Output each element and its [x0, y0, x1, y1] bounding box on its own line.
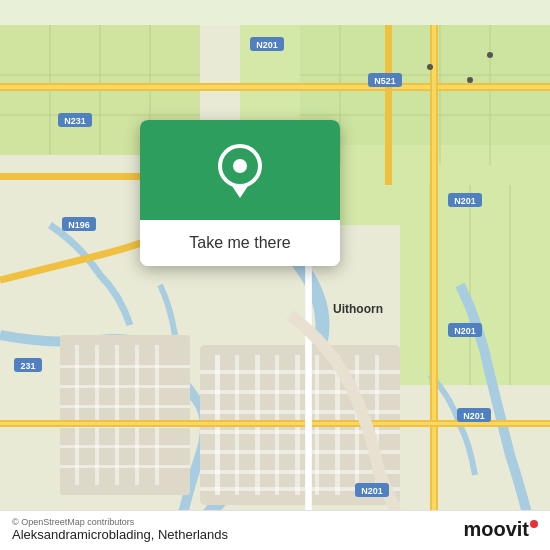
svg-rect-30: [200, 390, 400, 394]
pin-dot: [233, 159, 247, 173]
svg-text:N201: N201: [361, 486, 383, 496]
svg-point-79: [487, 52, 493, 58]
svg-text:N521: N521: [374, 76, 396, 86]
bottom-left-info: © OpenStreetMap contributors Aleksandram…: [12, 517, 228, 542]
location-pin: [218, 144, 262, 196]
svg-text:N201: N201: [463, 411, 485, 421]
pin-tail: [232, 186, 248, 198]
svg-rect-31: [200, 410, 400, 414]
moovit-brand-text: moovit: [463, 518, 538, 541]
svg-text:N201: N201: [454, 196, 476, 206]
svg-rect-49: [0, 85, 550, 89]
moovit-dot: [530, 520, 538, 528]
moovit-logo: moovit: [463, 518, 538, 541]
svg-rect-29: [200, 370, 400, 374]
svg-point-78: [467, 77, 473, 83]
pin-circle: [218, 144, 262, 188]
location-name: Aleksandramicroblading, Netherlands: [12, 527, 228, 542]
popup-header: [140, 120, 340, 220]
bottom-bar: © OpenStreetMap contributors Aleksandram…: [0, 510, 550, 550]
svg-text:N196: N196: [68, 220, 90, 230]
svg-text:Uithoorn: Uithoorn: [333, 302, 383, 316]
svg-point-77: [427, 64, 433, 70]
svg-rect-42: [60, 365, 190, 368]
svg-rect-51: [432, 25, 436, 525]
svg-rect-54: [385, 25, 392, 185]
map-svg: N201 N521 N231 N201 N196 N201 Uithoorn 2…: [0, 0, 550, 550]
svg-rect-43: [60, 385, 190, 388]
take-me-there-button[interactable]: Take me there: [140, 220, 340, 266]
svg-rect-36: [60, 335, 190, 495]
copyright-text: © OpenStreetMap contributors: [12, 517, 228, 527]
svg-text:N231: N231: [64, 116, 86, 126]
svg-rect-34: [200, 470, 400, 474]
svg-rect-44: [60, 405, 190, 408]
svg-rect-15: [400, 185, 550, 385]
svg-text:N201: N201: [454, 326, 476, 336]
svg-rect-53: [0, 422, 550, 425]
svg-rect-47: [60, 465, 190, 468]
popup-card: Take me there: [140, 120, 340, 266]
svg-rect-46: [60, 445, 190, 448]
svg-text:231: 231: [20, 361, 35, 371]
map-container: N201 N521 N231 N201 N196 N201 Uithoorn 2…: [0, 0, 550, 550]
svg-text:N201: N201: [256, 40, 278, 50]
